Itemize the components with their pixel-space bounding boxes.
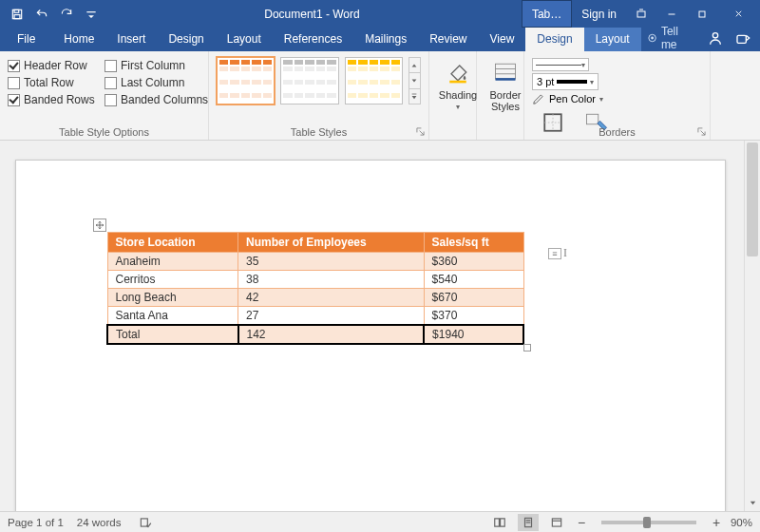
checkbox-label: Header Row [24, 59, 87, 72]
scrollbar-thumb[interactable] [747, 142, 758, 256]
table-cell[interactable]: Long Beach [107, 289, 238, 307]
page-indicator[interactable]: Page 1 of 1 [8, 517, 64, 528]
table-cell[interactable]: $670 [424, 289, 523, 307]
checkbox-first-column[interactable]: First Column [104, 59, 217, 72]
svg-rect-22 [587, 114, 598, 124]
table-header-cell[interactable]: Store Location [107, 233, 238, 253]
tab-references[interactable]: References [273, 28, 353, 51]
line-weight-dropdown[interactable]: 3 pt▾ [532, 73, 598, 90]
group-table-style-options: Header Row First Column Total Row Last C… [0, 51, 209, 140]
table-cell[interactable]: 142 [238, 325, 425, 344]
tell-me-search[interactable]: Tell me [641, 25, 701, 51]
svg-point-11 [713, 33, 718, 38]
checkbox-header-row[interactable]: Header Row [8, 59, 101, 72]
table-style-thumb-1[interactable] [217, 57, 275, 104]
pen-color-dropdown[interactable]: Pen Color ▾ [532, 92, 627, 105]
table-cell[interactable]: $360 [424, 253, 523, 271]
button-label: Pen Color [549, 93, 596, 104]
table-row[interactable]: Anaheim35$360 [107, 253, 523, 271]
dialog-launcher-borders[interactable] [695, 125, 707, 137]
table-style-thumb-2[interactable] [280, 57, 338, 104]
checkbox-icon [104, 94, 117, 106]
tab-view[interactable]: View [479, 28, 526, 51]
table-row[interactable]: Cerritos38$540 [107, 271, 523, 289]
gallery-scroll-up[interactable] [409, 58, 420, 73]
tab-mailings[interactable]: Mailings [353, 28, 418, 51]
checkbox-icon [8, 60, 20, 72]
table-cell[interactable]: $540 [424, 271, 523, 289]
table-cell[interactable]: 42 [238, 289, 425, 307]
save-button[interactable] [6, 3, 28, 26]
table-cell[interactable]: $370 [424, 307, 523, 326]
table-total-row[interactable]: Total142$1940 [107, 325, 523, 344]
table-row[interactable]: Santa Ana27$370 [107, 307, 523, 326]
table-header-cell[interactable]: Number of Employees [238, 233, 425, 253]
minimize-button[interactable] [656, 0, 687, 28]
zoom-slider[interactable] [601, 521, 696, 524]
zoom-in-button[interactable]: + [710, 515, 723, 530]
table-cell[interactable]: 35 [238, 253, 425, 271]
web-layout-button[interactable] [546, 514, 567, 531]
checkbox-last-column[interactable]: Last Column [104, 76, 217, 89]
table-cell[interactable]: 38 [238, 271, 425, 289]
table-tools-tab-header[interactable]: Tab… [522, 0, 572, 28]
sign-in-button[interactable]: Sign in [572, 0, 626, 28]
shading-button[interactable]: Shading ▾ [437, 55, 479, 111]
table-cell[interactable]: 27 [238, 307, 425, 326]
ribbon-display-options-button[interactable] [626, 0, 656, 28]
tab-layout-main[interactable]: Layout [216, 28, 273, 51]
maximize-button[interactable] [687, 0, 717, 28]
account-icon[interactable] [704, 28, 727, 48]
chevron-down-icon: ▾ [456, 103, 460, 111]
svg-rect-3 [86, 11, 95, 12]
scroll-down-arrow[interactable] [745, 495, 760, 511]
page-viewport[interactable]: Store LocationNumber of EmployeesSales/s… [0, 141, 744, 511]
line-style-dropdown[interactable]: ▾ [532, 58, 589, 71]
qat-customize-button[interactable] [80, 3, 103, 26]
gallery-scroll-down[interactable] [409, 73, 420, 88]
checkbox-banded-rows[interactable]: Banded Rows [8, 93, 101, 106]
tell-me-label: Tell me [661, 25, 694, 51]
print-layout-button[interactable] [518, 514, 539, 531]
page[interactable]: Store LocationNumber of EmployeesSales/s… [15, 160, 726, 511]
table-resize-handle[interactable] [523, 344, 531, 352]
table-container: Store LocationNumber of EmployeesSales/s… [106, 232, 524, 345]
close-button[interactable] [717, 0, 760, 28]
table-cell[interactable]: $1940 [424, 325, 523, 344]
tab-home[interactable]: Home [52, 28, 105, 51]
vertical-scrollbar[interactable] [744, 141, 760, 511]
redo-button[interactable] [55, 3, 78, 26]
tab-insert[interactable]: Insert [105, 28, 157, 51]
zoom-slider-handle[interactable] [643, 517, 651, 528]
table-cell[interactable]: Anaheim [107, 253, 238, 271]
zoom-level[interactable]: 90% [731, 517, 752, 528]
table-style-thumb-3[interactable] [345, 57, 403, 104]
share-icon[interactable] [732, 28, 754, 48]
tab-review[interactable]: Review [418, 28, 478, 51]
document-area: Store LocationNumber of EmployeesSales/s… [0, 141, 760, 511]
document-table[interactable]: Store LocationNumber of EmployeesSales/s… [106, 232, 524, 345]
border-styles-button[interactable]: Border Styles [484, 55, 526, 112]
read-mode-button[interactable] [489, 514, 510, 531]
tab-table-design[interactable]: Design [525, 28, 583, 51]
group-label: Table Styles [209, 126, 428, 138]
undo-button[interactable] [30, 3, 53, 26]
tab-design-main[interactable]: Design [157, 28, 215, 51]
table-row[interactable]: Long Beach42$670 [107, 289, 523, 307]
spell-check-icon[interactable] [135, 514, 156, 531]
table-cell[interactable]: Cerritos [107, 271, 238, 289]
checkbox-banded-columns[interactable]: Banded Columns [104, 93, 217, 106]
zoom-out-button[interactable]: − [575, 515, 588, 530]
table-cell[interactable]: Total [107, 325, 238, 344]
word-count[interactable]: 24 words [77, 517, 122, 528]
tab-file[interactable]: File [0, 28, 52, 51]
table-header-cell[interactable]: Sales/sq ft [424, 233, 523, 253]
smart-tag-icon[interactable]: ≡ [548, 248, 561, 259]
pen-icon [532, 92, 545, 105]
table-cell[interactable]: Santa Ana [107, 307, 238, 326]
checkbox-total-row[interactable]: Total Row [8, 76, 101, 89]
tab-table-layout[interactable]: Layout [584, 28, 641, 51]
table-move-handle[interactable] [93, 218, 106, 232]
dialog-launcher-table-styles[interactable] [414, 125, 426, 137]
gallery-more-button[interactable] [409, 89, 420, 104]
